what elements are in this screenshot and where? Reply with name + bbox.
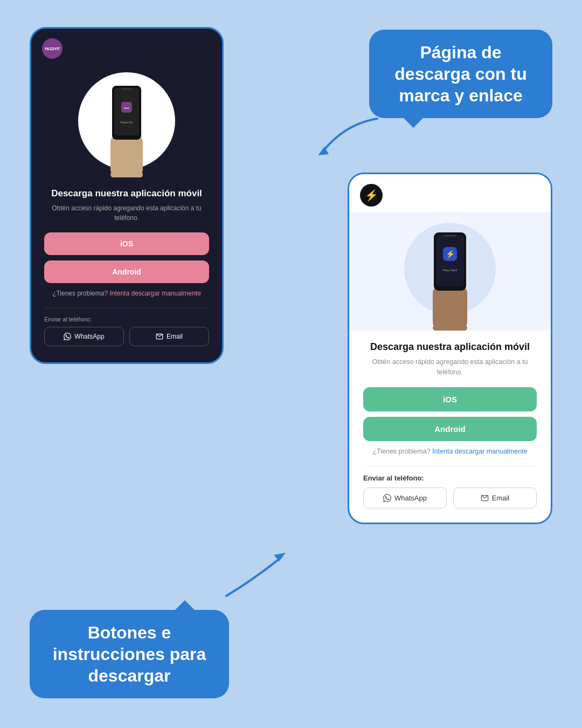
send-section-right: Enviar al teléfono: WhatsApp Email — [349, 474, 551, 523]
arrow-bottom-icon — [216, 547, 291, 601]
card-right: ⚡ ⚡ Play Hard Descarga nuestra aplicació… — [348, 173, 552, 524]
email-button-right[interactable]: Email — [453, 487, 537, 509]
android-button-left[interactable]: Android — [44, 260, 209, 283]
card-left-subtitle: Obtén acceso rápido agregando esta aplic… — [44, 203, 209, 223]
whatsapp-button-left[interactable]: WhatsApp — [44, 327, 124, 346]
email-icon-left — [156, 333, 163, 340]
divider-left — [44, 308, 209, 308]
svg-rect-9 — [121, 88, 132, 90]
divider-right — [363, 466, 537, 466]
whatsapp-icon-left — [64, 333, 71, 340]
svg-rect-3 — [110, 134, 143, 177]
card-right-subtitle: Obtén acceso rápido agregando esta aplic… — [363, 357, 537, 377]
card-left-logo-area: PAZZI FIT — [31, 29, 222, 64]
whatsapp-button-right[interactable]: WhatsApp — [363, 487, 447, 509]
card-left-title: Descarga nuestra aplicación móvil — [44, 188, 209, 199]
ios-button-right[interactable]: iOS — [363, 387, 537, 411]
whatsapp-icon-right — [383, 494, 391, 502]
send-buttons-left: WhatsApp Email — [44, 327, 209, 346]
send-section-left: Enviar al teléfono: WhatsApp Email — [31, 316, 222, 346]
email-button-left[interactable]: Email — [129, 327, 209, 346]
trouble-link-left[interactable]: Intenta descargar manualmente — [109, 290, 200, 297]
phone-hand-left-icon: — Pazzi Fit — [92, 70, 162, 177]
trouble-text-right: ¿Tienes problema? Intenta descargar manu… — [363, 447, 537, 457]
speech-bubble-bottom: Botones e instrucciones para descargar — [30, 610, 229, 698]
phone-hand-right-icon: ⚡ Play Hard — [412, 217, 488, 331]
ios-button-left[interactable]: iOS — [44, 232, 209, 255]
svg-rect-18 — [444, 235, 456, 237]
card-right-logo-area: ⚡ — [349, 174, 551, 212]
speech-bubble-top: Página de descarga con tu marca y enlace — [369, 30, 552, 118]
card-right-content: Descarga nuestra aplicación móvil Obtén … — [349, 331, 551, 456]
send-label-right: Enviar al teléfono: — [363, 474, 537, 482]
email-icon-right — [481, 494, 489, 502]
svg-marker-1 — [274, 553, 286, 561]
arrow-top-icon — [313, 113, 383, 162]
playhard-logo: ⚡ — [360, 184, 383, 207]
card-right-title: Descarga nuestra aplicación móvil — [363, 341, 537, 353]
svg-text:⚡: ⚡ — [446, 250, 455, 259]
svg-rect-12 — [433, 285, 467, 331]
svg-text:Pazzi Fit: Pazzi Fit — [120, 121, 133, 124]
trouble-link-right[interactable]: Intenta descargar manualmente — [432, 448, 528, 455]
trouble-text-left: ¿Tienes problema? Intenta descargar manu… — [44, 289, 209, 298]
send-label-left: Enviar al teléfono: — [44, 316, 209, 322]
svg-text:—: — — [124, 105, 129, 111]
android-button-right[interactable]: Android — [363, 417, 537, 441]
card-right-image-area: ⚡ Play Hard — [349, 212, 551, 331]
pazzifit-logo: PAZZI FIT — [42, 38, 63, 59]
send-buttons-right: WhatsApp Email — [363, 487, 537, 509]
card-left-image-area: — Pazzi Fit — [31, 64, 222, 177]
svg-text:Play Hard: Play Hard — [443, 269, 457, 272]
card-left: PAZZI FIT — Pazzi Fit Descarga nuestra a… — [30, 27, 224, 364]
card-left-content: Descarga nuestra aplicación móvil Obtén … — [31, 177, 222, 298]
